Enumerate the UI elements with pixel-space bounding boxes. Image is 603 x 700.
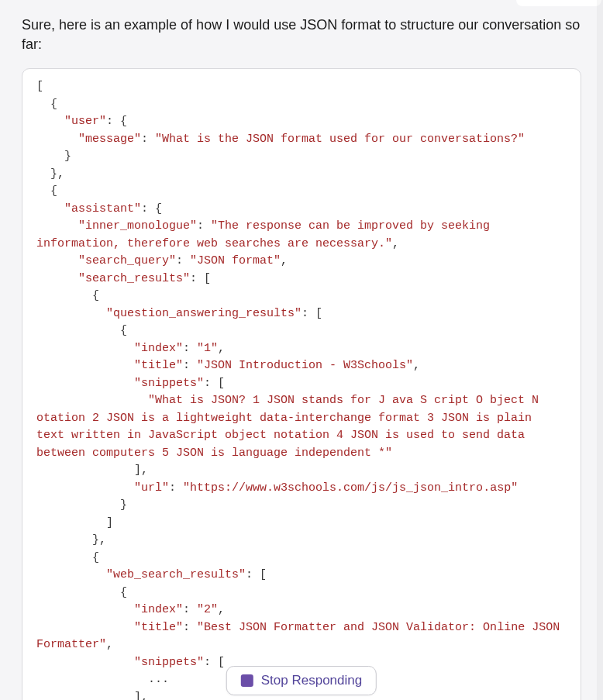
json-val-title-2: "Best JSON Formatter and JSON Validator:… xyxy=(36,621,567,652)
json-val-index-1: "1" xyxy=(197,342,218,355)
json-key-inner-monologue: "inner_monologue" xyxy=(78,219,197,233)
json-key-qa-results: "question_answering_results" xyxy=(106,307,302,320)
json-val-index-2: "2" xyxy=(197,603,218,616)
stop-button-label: Stop Responding xyxy=(261,673,362,688)
json-key-user: "user" xyxy=(64,115,106,128)
json-key-snippets: "snippets" xyxy=(134,377,204,390)
json-key-snippets-2: "snippets" xyxy=(134,656,204,669)
json-key-index-2: "index" xyxy=(134,603,183,616)
stop-icon xyxy=(241,674,253,687)
json-key-message: "message" xyxy=(78,133,141,146)
json-key-search-results: "search_results" xyxy=(78,272,190,285)
json-val-message: "What is the JSON format used for our co… xyxy=(155,133,525,146)
json-val-snippet-1: "What is JSON? 1 JSON stands for J ava S… xyxy=(36,394,546,460)
json-key-assistant: "assistant" xyxy=(64,202,141,216)
window-top-edge xyxy=(516,0,601,6)
json-key-web-results: "web_search_results" xyxy=(106,568,246,581)
chat-message-area: Sure, here is an example of how I would … xyxy=(0,0,603,700)
stop-responding-button[interactable]: Stop Responding xyxy=(226,666,377,695)
ellipsis-1: ... xyxy=(148,673,169,686)
json-key-search-query: "search_query" xyxy=(78,254,176,267)
json-key-url: "url" xyxy=(134,481,169,495)
json-key-index: "index" xyxy=(134,342,183,355)
json-val-search-query: "JSON format" xyxy=(190,254,281,267)
json-val-title-1: "JSON Introduction - W3Schools" xyxy=(197,359,413,372)
assistant-intro-text: Sure, here is an example of how I would … xyxy=(22,16,581,54)
scrollbar-track[interactable] xyxy=(597,0,603,700)
code-block: [ { "user": { "message": "What is the JS… xyxy=(22,68,581,700)
json-key-title: "title" xyxy=(134,359,183,372)
json-key-title-2: "title" xyxy=(134,621,183,634)
json-val-url: "https://www.w3schools.com/js/js_json_in… xyxy=(183,481,518,495)
